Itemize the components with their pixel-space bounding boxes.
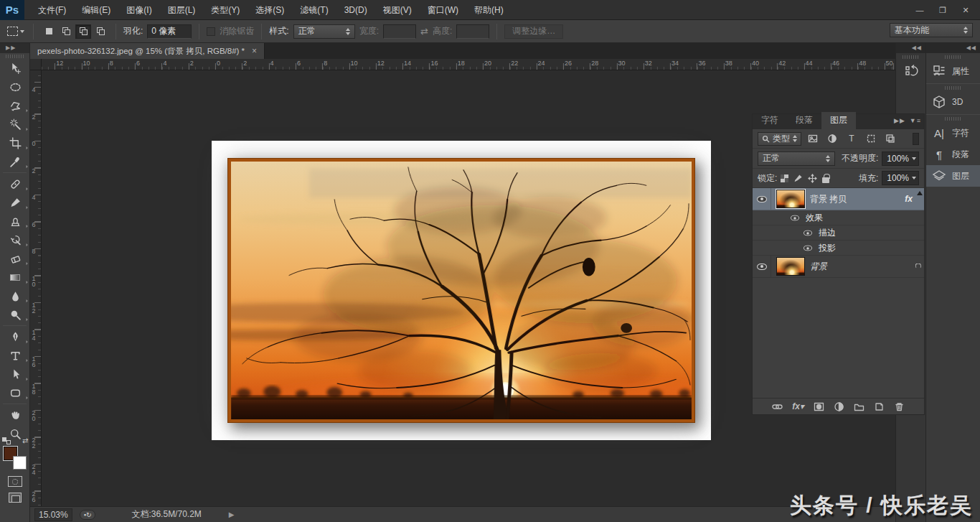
fx-badge[interactable]: fx — [905, 194, 913, 204]
new-layer-button[interactable] — [874, 401, 885, 412]
tab-character[interactable]: 字符 — [753, 112, 787, 129]
eye-icon[interactable] — [804, 230, 812, 236]
path-selection-tool[interactable] — [0, 365, 30, 383]
minimize-button[interactable]: — — [910, 3, 930, 17]
eraser-tool[interactable] — [0, 249, 30, 268]
layer-row-background[interactable]: 背景 — [753, 256, 924, 278]
dock-grip[interactable] — [945, 86, 962, 90]
magic-wand-tool[interactable] — [0, 115, 30, 134]
stroke-effect-row[interactable]: 描边 — [753, 225, 924, 241]
filter-pixel-layers-button[interactable] — [805, 132, 821, 146]
toolbar-expand-button[interactable]: ▶▶ — [0, 43, 29, 53]
feather-input[interactable] — [147, 24, 192, 39]
add-adjustment-layer-button[interactable] — [834, 401, 844, 412]
collapse-effects-arrow[interactable] — [917, 191, 923, 195]
dock-item-character[interactable]: A| 字符 — [926, 122, 980, 144]
dock-item-3d[interactable]: 3D — [926, 91, 980, 113]
layer-row-background-copy[interactable]: 背景 拷贝 fx — [753, 188, 924, 210]
pen-tool[interactable] — [0, 327, 30, 346]
menu-item[interactable]: 类型(Y) — [203, 0, 248, 20]
status-menu-arrow-icon[interactable]: ▶ — [229, 511, 235, 518]
lock-position-button[interactable] — [808, 174, 817, 183]
intersect-selection-button[interactable] — [93, 24, 108, 39]
filter-adjustment-layers-button[interactable] — [824, 132, 840, 146]
width-input[interactable] — [383, 24, 416, 39]
panel-menu-icon[interactable]: ▼≡ — [910, 117, 921, 124]
lock-pixels-button[interactable] — [793, 174, 803, 183]
tab-paragraph[interactable]: 段落 — [787, 112, 821, 129]
eyedropper-tool[interactable] — [0, 152, 30, 171]
status-options-button[interactable]: ▪↻ — [80, 510, 96, 520]
close-button[interactable]: ✕ — [956, 3, 976, 17]
horizontal-ruler[interactable]: 1412108642024681012141618202224262830323… — [30, 59, 895, 70]
dock-collapse-button[interactable]: ◀◀ — [926, 43, 980, 53]
eye-icon[interactable] — [804, 245, 812, 251]
menu-item[interactable]: 窗口(W) — [420, 0, 466, 20]
dock-item-layers[interactable]: 图层 — [926, 165, 980, 187]
move-tool[interactable] — [0, 59, 30, 78]
hand-tool[interactable] — [0, 406, 30, 424]
zoom-level-field[interactable]: 15.03% — [34, 508, 72, 521]
tab-layers[interactable]: 图层 — [821, 112, 856, 129]
lock-all-button[interactable] — [822, 174, 829, 183]
menu-item[interactable]: 选择(S) — [248, 0, 292, 20]
add-layer-mask-button[interactable] — [814, 401, 824, 412]
brush-tool[interactable] — [0, 193, 30, 212]
menu-item[interactable]: 帮助(H) — [466, 0, 512, 20]
clone-stamp-tool[interactable] — [0, 212, 30, 230]
ruler-corner[interactable] — [30, 59, 42, 70]
dock-grip[interactable] — [945, 55, 962, 59]
shape-tool[interactable] — [0, 383, 30, 402]
panel-collapse-icon[interactable]: ▶▶ — [894, 117, 905, 124]
type-tool[interactable] — [0, 346, 30, 365]
style-select[interactable]: 正常 — [293, 24, 355, 39]
history-panel-button[interactable] — [899, 60, 923, 82]
layer-thumbnail[interactable] — [776, 190, 805, 208]
gradient-tool[interactable] — [0, 268, 30, 286]
menu-item[interactable]: 图层(L) — [160, 0, 204, 20]
spot-healing-tool[interactable] — [0, 174, 30, 193]
delete-layer-button[interactable] — [894, 401, 905, 412]
height-input[interactable] — [456, 24, 489, 39]
menu-item[interactable]: 编辑(E) — [74, 0, 118, 20]
visibility-toggle[interactable] — [753, 256, 771, 277]
visibility-toggle[interactable] — [753, 188, 771, 210]
blur-tool[interactable] — [0, 286, 30, 305]
dock-collapse-button[interactable]: ◀◀ — [896, 43, 925, 53]
drop-shadow-effect-row[interactable]: 投影 — [753, 241, 924, 256]
dock-item-paragraph[interactable]: ¶ 段落 — [926, 144, 980, 165]
menu-item[interactable]: 视图(V) — [375, 0, 420, 20]
swap-dimensions-icon[interactable]: ⇄ — [420, 26, 428, 37]
subtract-selection-button[interactable] — [75, 24, 91, 39]
screen-mode-button[interactable] — [9, 493, 22, 503]
dock-item-properties[interactable]: 属性 — [926, 60, 980, 82]
filter-smart-object-button[interactable] — [882, 132, 898, 146]
new-group-button[interactable] — [854, 401, 864, 412]
new-selection-button[interactable] — [41, 24, 57, 39]
tab-close-icon[interactable]: × — [252, 46, 257, 56]
layer-name[interactable]: 背景 — [810, 261, 827, 273]
filter-shape-layers-button[interactable] — [863, 132, 879, 146]
refine-edge-button[interactable]: 调整边缘… — [504, 24, 563, 39]
menu-item[interactable]: 图像(I) — [118, 0, 159, 20]
blend-mode-select[interactable]: 正常 — [758, 152, 835, 166]
default-colors-icon[interactable] — [2, 437, 11, 444]
toolbar-grip[interactable] — [6, 55, 24, 58]
photo-layer[interactable] — [228, 159, 694, 422]
restore-button[interactable]: ❐ — [933, 3, 953, 17]
menu-item[interactable]: 文件(F) — [30, 0, 74, 20]
antialias-checkbox[interactable] — [207, 27, 215, 36]
menu-item[interactable]: 3D(D) — [336, 0, 375, 20]
dodge-tool[interactable] — [0, 305, 30, 324]
fill-field[interactable]: 100% — [882, 171, 919, 185]
crop-tool[interactable] — [0, 134, 30, 152]
lock-transparency-button[interactable] — [781, 174, 788, 182]
quick-mask-button[interactable] — [8, 476, 22, 487]
vertical-ruler[interactable]: 4202468101214161820222426283032 — [30, 70, 42, 506]
eye-icon[interactable] — [791, 215, 799, 220]
layer-name[interactable]: 背景 拷贝 — [810, 193, 847, 205]
workspace-select[interactable]: 基本功能 — [890, 23, 973, 37]
filter-toggle-switch[interactable] — [913, 133, 919, 145]
history-brush-tool[interactable] — [0, 230, 30, 249]
swap-colors-icon[interactable]: ⇄ — [22, 437, 28, 444]
